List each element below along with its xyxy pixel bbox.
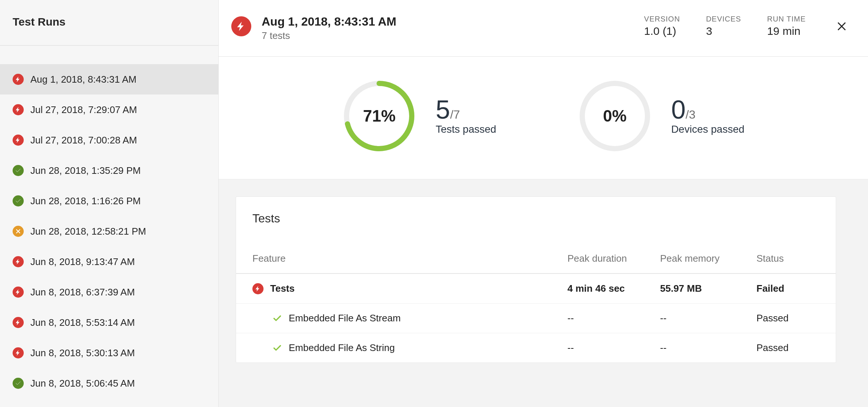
ring-tests: 71% (342, 79, 416, 153)
table-header: Feature Peak duration Peak memory Status (236, 244, 836, 274)
col-duration-header: Peak duration (567, 253, 660, 264)
summary-tests-label: Tests passed (435, 123, 496, 135)
meta-version-value: 1.0 (1) (644, 25, 680, 37)
table-group-row[interactable]: Tests4 min 46 sec55.97 MBFailed (236, 274, 836, 303)
run-item[interactable]: Jun 28, 2018, 1:16:26 PM (0, 186, 218, 216)
check-icon (13, 165, 24, 176)
check-icon (272, 343, 282, 353)
cell-memory: 55.97 MB (660, 283, 756, 294)
bolt-icon (231, 16, 251, 36)
ring-devices: 0% (578, 79, 652, 153)
run-item[interactable]: Jul 27, 2018, 7:00:28 AM (0, 125, 218, 155)
run-item[interactable]: Jun 8, 2018, 5:06:45 AM (0, 368, 218, 398)
run-item-label: Jun 8, 2018, 9:13:47 AM (30, 256, 135, 268)
title-block: Aug 1, 2018, 8:43:31 AM 7 tests (262, 15, 396, 42)
col-memory-header: Peak memory (660, 253, 756, 264)
run-item-label: Jun 28, 2018, 12:58:21 PM (30, 226, 146, 237)
cell-feature-name: Embedded File As Stream (289, 312, 401, 324)
cell-duration: 4 min 46 sec (567, 283, 660, 294)
run-item-label: Jun 28, 2018, 1:35:29 PM (30, 165, 141, 176)
app-root: Test Runs Aug 1, 2018, 8:43:31 AMJul 27,… (0, 0, 868, 407)
table-row[interactable]: Embedded File As Stream----Passed (236, 303, 836, 333)
meta-devices-label: DEVICES (706, 15, 741, 23)
check-icon (272, 314, 282, 323)
cell-duration: -- (567, 312, 660, 324)
summary-tests-count: 5/7 (435, 97, 496, 123)
header-meta: VERSION 1.0 (1) DEVICES 3 RUN TIME 19 mi… (644, 15, 806, 37)
cell-feature: Embedded File As Stream (252, 312, 567, 324)
bolt-icon (252, 283, 264, 294)
cell-feature: Embedded File As String (252, 342, 567, 354)
summary-tests: 71% 5/7 Tests passed (342, 79, 496, 153)
summary-strip: 71% 5/7 Tests passed 0% (219, 57, 868, 179)
bolt-icon (13, 317, 24, 328)
summary-devices-label: Devices passed (671, 123, 745, 135)
meta-runtime: RUN TIME 19 min (767, 15, 806, 37)
meta-runtime-value: 19 min (767, 25, 806, 37)
cell-status: Passed (756, 312, 819, 324)
ring-devices-percent: 0% (578, 79, 652, 153)
run-item-label: Jul 27, 2018, 7:29:07 AM (30, 104, 137, 116)
run-subtitle: 7 tests (262, 30, 396, 42)
tests-card: Tests Feature Peak duration Peak memory … (236, 196, 836, 363)
cell-status: Failed (756, 283, 819, 294)
run-item-label: Aug 1, 2018, 8:43:31 AM (30, 74, 136, 85)
meta-runtime-label: RUN TIME (767, 15, 806, 23)
bolt-icon (13, 256, 24, 267)
check-icon (13, 378, 24, 389)
cell-duration: -- (567, 342, 660, 354)
run-item-label: Jun 8, 2018, 5:53:14 AM (30, 317, 135, 328)
ring-tests-percent: 71% (342, 79, 416, 153)
bolt-icon (13, 74, 24, 85)
run-item[interactable]: Jul 27, 2018, 7:29:07 AM (0, 95, 218, 125)
run-item[interactable]: Jun 8, 2018, 9:13:47 AM (0, 246, 218, 277)
run-item[interactable]: Jun 8, 2018, 5:53:14 AM (0, 307, 218, 338)
sidebar: Test Runs Aug 1, 2018, 8:43:31 AMJul 27,… (0, 0, 219, 407)
meta-devices: DEVICES 3 (706, 15, 741, 37)
bolt-icon (13, 287, 24, 298)
bolt-icon (13, 135, 24, 146)
run-item[interactable]: Jun 28, 2018, 1:35:29 PM (0, 155, 218, 186)
meta-devices-value: 3 (706, 25, 741, 37)
col-status-header: Status (756, 253, 819, 264)
run-item-label: Jul 27, 2018, 7:00:28 AM (30, 135, 137, 146)
run-title: Aug 1, 2018, 8:43:31 AM (262, 15, 396, 29)
cell-status: Passed (756, 342, 819, 354)
run-item[interactable]: Jun 8, 2018, 6:37:39 AM (0, 277, 218, 307)
cell-feature-name: Embedded File As String (289, 342, 395, 354)
bolt-icon (13, 104, 24, 115)
cell-feature-name: Tests (270, 283, 295, 294)
cell-memory: -- (660, 342, 756, 354)
main-header: Aug 1, 2018, 8:43:31 AM 7 tests VERSION … (219, 0, 868, 57)
main-panel: Aug 1, 2018, 8:43:31 AM 7 tests VERSION … (219, 0, 868, 407)
run-item-label: Jun 8, 2018, 6:37:39 AM (30, 287, 135, 298)
sidebar-title: Test Runs (0, 0, 218, 46)
run-item-label: Jun 8, 2018, 5:30:13 AM (30, 347, 135, 359)
content-area: Tests Feature Peak duration Peak memory … (219, 179, 868, 407)
run-item-label: Jun 8, 2018, 5:06:45 AM (30, 378, 135, 389)
x-icon (13, 226, 24, 237)
run-item[interactable]: Jun 8, 2018, 5:30:13 AM (0, 338, 218, 368)
meta-version: VERSION 1.0 (1) (644, 15, 680, 37)
check-icon (13, 195, 24, 206)
run-item[interactable]: Jun 28, 2018, 12:58:21 PM (0, 216, 218, 246)
run-item-label: Jun 28, 2018, 1:16:26 PM (30, 195, 141, 207)
bolt-icon (13, 347, 24, 358)
summary-devices: 0% 0/3 Devices passed (578, 79, 745, 153)
run-list: Aug 1, 2018, 8:43:31 AMJul 27, 2018, 7:2… (0, 46, 218, 407)
col-feature-header: Feature (252, 253, 567, 264)
run-item[interactable]: Aug 1, 2018, 8:43:31 AM (0, 64, 218, 95)
cell-feature: Tests (252, 283, 567, 294)
cell-memory: -- (660, 312, 756, 324)
close-button[interactable] (834, 19, 849, 34)
meta-version-label: VERSION (644, 15, 680, 23)
table-row[interactable]: Embedded File As String----Passed (236, 333, 836, 363)
summary-devices-count: 0/3 (671, 97, 745, 123)
tests-card-title: Tests (236, 197, 836, 244)
